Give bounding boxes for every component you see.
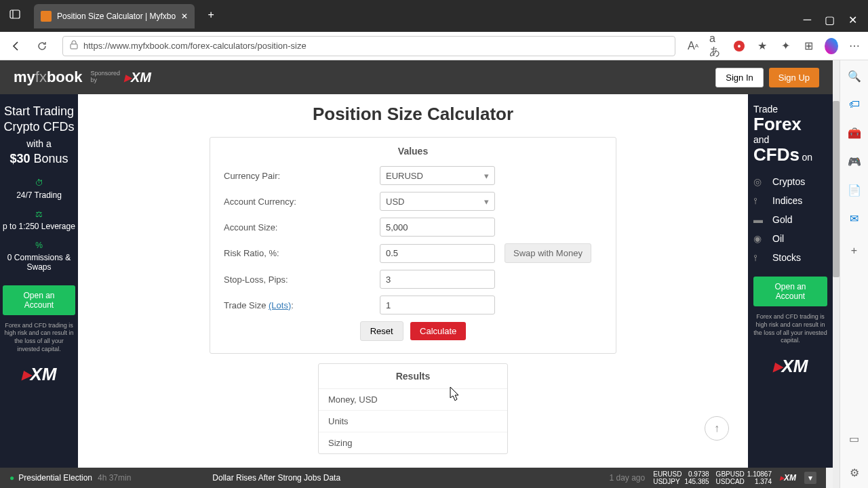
ticker-time-2: 1 day ago: [610, 473, 646, 483]
minimize-icon[interactable]: ─: [804, 14, 811, 26]
account-size-input[interactable]: [380, 218, 495, 237]
adblock-icon[interactable]: ●: [732, 39, 746, 53]
values-card: Values Currency Pair: EURUSD ▾ Account C…: [210, 137, 616, 354]
signin-button[interactable]: Sign In: [715, 68, 763, 87]
ticker-news-2[interactable]: Dollar Rises After Strong Jobs Data: [212, 473, 340, 483]
menu-icon[interactable]: ⋯: [848, 39, 861, 53]
search-sidebar-icon[interactable]: 🔍: [847, 68, 862, 83]
calculate-button[interactable]: Calculate: [410, 322, 466, 340]
ticker-news-1[interactable]: Presidential Election: [18, 473, 92, 483]
scale-icon: ⚖: [3, 209, 75, 219]
ticker-chevron-icon[interactable]: ▾: [804, 472, 816, 484]
asset-oil: ◉Oil: [753, 229, 827, 248]
trade-size-label: Trade Size (Lots):: [224, 300, 380, 310]
tools-icon[interactable]: 🧰: [847, 125, 862, 140]
scroll-top-button[interactable]: ↑: [705, 416, 729, 441]
asset-gold: ▬Gold: [753, 210, 827, 229]
result-sizing: Sizing: [319, 432, 507, 453]
asset-cryptos: ◎Cryptos: [753, 172, 827, 191]
stocks-icon: ⫯: [753, 252, 766, 263]
currency-pair-select[interactable]: EURUSD ▾: [380, 166, 495, 185]
close-window-icon[interactable]: ✕: [848, 14, 857, 26]
site-logo[interactable]: myfxbook: [14, 68, 82, 86]
browser-tab[interactable]: Position Size Calculator | Myfxbo ✕: [34, 4, 195, 28]
result-units: Units: [319, 411, 507, 432]
collections-icon[interactable]: ⊞: [802, 39, 815, 53]
tab-sidebar-icon[interactable]: [5, 5, 24, 24]
results-title: Results: [319, 364, 507, 389]
risk-ratio-label: Risk Ratio, %:: [224, 248, 380, 258]
ticker-time-1: 4h 37min: [98, 473, 131, 483]
swap-money-button[interactable]: Swap with Money: [505, 243, 591, 263]
page-title: Position Size Calculator: [78, 104, 748, 125]
values-title: Values: [224, 146, 602, 157]
clock-icon: ⏱: [3, 178, 75, 188]
xm-ad-logo-right: ▸XM: [753, 356, 827, 377]
favicon-icon: [41, 11, 52, 22]
oil-icon: ◉: [753, 233, 766, 244]
signup-button[interactable]: Sign Up: [769, 68, 819, 87]
address-bar[interactable]: https://www.myfxbook.com/forex-calculato…: [62, 36, 675, 56]
disclaimer-right: Forex and CFD trading is high risk and c…: [753, 313, 827, 345]
ticker-xm-logo[interactable]: ▸XM: [780, 473, 796, 483]
maximize-icon[interactable]: ▢: [825, 14, 835, 26]
new-tab-button[interactable]: +: [201, 5, 220, 24]
right-ad-banner[interactable]: Trade Forex and CFDs on ◎Cryptos ⫯Indice…: [748, 94, 833, 468]
risk-ratio-input[interactable]: [380, 244, 495, 263]
outlook-icon[interactable]: ✉: [847, 211, 862, 226]
ticker-pairs: EURUSDUSDJPY 0.9738145.385 GBPUSDUSDCAD …: [653, 470, 772, 485]
stop-loss-input[interactable]: [380, 270, 495, 289]
account-currency-select[interactable]: USD ▾: [380, 192, 495, 211]
lots-link[interactable]: (Lots): [269, 300, 291, 310]
url-text: https://www.myfxbook.com/forex-calculato…: [83, 41, 668, 51]
left-ad-banner[interactable]: Start Trading Crypto CFDs with a $30 Bon…: [0, 94, 78, 468]
trade-size-input[interactable]: [380, 296, 495, 314]
open-account-button-left[interactable]: Open an Account: [3, 285, 75, 315]
results-card: Results Money, USD Units Sizing: [318, 363, 508, 454]
open-account-button-right[interactable]: Open an Account: [753, 277, 827, 306]
ticker-dot-icon: ●: [9, 473, 14, 483]
stop-loss-label: Stop-Loss, Pips:: [224, 274, 380, 285]
gold-icon: ▬: [753, 214, 766, 225]
translate-icon[interactable]: aあ: [709, 39, 723, 53]
close-tab-icon[interactable]: ✕: [176, 12, 188, 21]
asset-indices: ⫯Indices: [753, 191, 827, 210]
disclaimer-left: Forex and CFD trading is high risk and c…: [3, 322, 75, 354]
favorites-bar-icon[interactable]: ✦: [778, 39, 792, 53]
percent-icon: %: [3, 241, 75, 250]
svg-rect-0: [10, 10, 20, 18]
account-size-label: Account Size:: [224, 222, 380, 232]
tab-title: Position Size Calculator | Myfxbo: [57, 12, 176, 21]
chevron-down-icon: ▾: [484, 197, 489, 207]
chevron-down-icon: ▾: [484, 171, 489, 181]
scrollbar-thumb[interactable]: [833, 101, 840, 277]
text-size-icon[interactable]: AA: [686, 39, 700, 53]
profile-avatar[interactable]: [825, 39, 838, 53]
account-currency-label: Account Currency:: [224, 197, 380, 207]
office-icon[interactable]: 📄: [847, 182, 862, 197]
crypto-icon: ◎: [753, 176, 766, 187]
edge-sidebar: 🔍 🏷 🧰 🎮 📄 ✉ + ▭ ⚙: [840, 60, 868, 488]
xm-ad-logo-left: ▸XM: [3, 364, 75, 385]
lock-icon: [70, 40, 78, 52]
asset-stocks: ⫯Stocks: [753, 248, 827, 267]
result-money: Money, USD: [319, 389, 507, 411]
currency-pair-label: Currency Pair:: [224, 171, 380, 181]
hide-sidebar-icon[interactable]: ▭: [847, 431, 862, 446]
sponsored-label: Sponsoredby: [90, 70, 120, 84]
svg-rect-2: [71, 44, 77, 49]
add-sidebar-icon[interactable]: +: [847, 243, 862, 258]
back-button[interactable]: [7, 37, 26, 56]
site-header: myfxbook Sponsoredby ▸XM Sign In Sign Up: [0, 60, 833, 94]
favorite-icon[interactable]: ★: [755, 39, 769, 53]
reset-button[interactable]: Reset: [360, 321, 403, 341]
settings-sidebar-icon[interactable]: ⚙: [847, 465, 862, 480]
refresh-button[interactable]: [33, 37, 52, 56]
news-ticker: ● Presidential Election 4h 37min Dollar …: [0, 468, 826, 488]
indices-icon: ⫯: [753, 195, 766, 206]
games-icon[interactable]: 🎮: [847, 154, 862, 169]
shopping-icon[interactable]: 🏷: [847, 97, 862, 112]
xm-logo[interactable]: ▸XM: [124, 69, 151, 85]
